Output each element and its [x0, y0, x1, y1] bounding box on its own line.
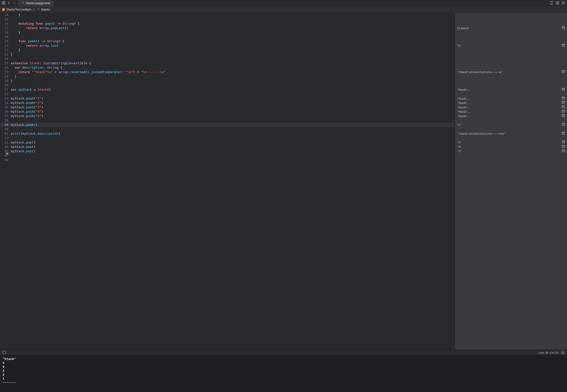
result-line [455, 22, 567, 26]
debug-console[interactable]: ^Stack^ 5 4 3 2 1 ------- [0, 355, 567, 392]
code-content[interactable] [11, 118, 455, 123]
code-content[interactable]: } [11, 52, 455, 57]
code-content[interactable]: extension Stack: CustomStringConvertible… [11, 61, 455, 66]
code-line[interactable]: 45myStack.pop() [0, 149, 455, 154]
code-content[interactable]: myStack.pop() [11, 149, 455, 154]
code-content[interactable]: myStack.push("4") [11, 110, 455, 114]
code-line[interactable]: 43myStack.pop() [0, 140, 455, 145]
code-line[interactable]: 38 [0, 118, 455, 123]
code-content[interactable]: myStack.push("1") [11, 96, 455, 101]
nav-back-icon[interactable] [7, 1, 11, 5]
quicklook-icon[interactable] [562, 96, 565, 101]
code-line[interactable]: 24 [0, 57, 455, 61]
code-line[interactable]: 26 var description: String { [0, 66, 455, 70]
code-line[interactable]: 42 [0, 136, 455, 140]
code-line[interactable]: 31var myStack = Stack() [0, 87, 455, 92]
code-line[interactable]: 27 return "^Stack^\n" + array.reversed()… [0, 70, 455, 74]
code-line[interactable]: 14 } [0, 13, 455, 17]
code-line[interactable]: 18 } [0, 30, 455, 35]
quicklook-icon[interactable] [562, 140, 565, 145]
code-content[interactable] [11, 35, 455, 39]
code-line[interactable]: 20 func peek() -> String? { [0, 39, 455, 43]
code-line[interactable]: 33myStack.push("1") [0, 96, 455, 101]
code-line[interactable]: 48 [0, 158, 455, 162]
code-content[interactable]: myStack.pop() [11, 145, 455, 149]
svg-rect-41 [562, 351, 564, 354]
quicklook-icon[interactable] [562, 145, 565, 149]
window-grid-icon[interactable] [2, 1, 5, 5]
code-editor[interactable]: 14 }1516 mutating func pop() -> String? … [0, 13, 455, 350]
quicklook-icon[interactable] [562, 131, 565, 136]
code-content[interactable]: } [11, 74, 455, 79]
code-content[interactable]: return "^Stack^\n" + array.reversed().jo… [11, 70, 455, 74]
code-line[interactable]: 35myStack.push("3") [0, 105, 455, 110]
code-content[interactable] [11, 57, 455, 61]
code-content[interactable] [11, 127, 455, 131]
code-line[interactable]: 32 [0, 92, 455, 96]
quicklook-icon[interactable] [562, 70, 565, 74]
code-content[interactable]: } [11, 79, 455, 83]
code-content[interactable] [11, 83, 455, 87]
code-content[interactable] [11, 136, 455, 140]
quicklook-icon[interactable] [562, 149, 565, 154]
quicklook-icon[interactable] [562, 114, 565, 118]
code-line[interactable]: 17 return array.popLast() [0, 26, 455, 30]
code-line[interactable]: 36myStack.push("4") [0, 110, 455, 114]
breadcrumb-file[interactable]: Stacks [41, 8, 50, 11]
code-content[interactable]: var description: String { [11, 66, 455, 70]
code-line[interactable]: 23} [0, 52, 455, 57]
console-toggle-icon[interactable] [2, 351, 6, 355]
code-line[interactable]: 39myStack.peek() [0, 123, 455, 127]
code-line[interactable]: 37myStack.push("5") [0, 114, 455, 118]
code-content[interactable]: print(myStack.description) [11, 131, 455, 136]
quicklook-icon[interactable] [562, 26, 565, 30]
code-content[interactable]: myStack.push("2") [11, 101, 455, 105]
result-line: ^Stack^… [455, 114, 567, 118]
code-content[interactable]: var myStack = Stack() [11, 87, 455, 92]
quicklook-icon[interactable] [562, 101, 565, 105]
code-content[interactable]: func peek() -> String? { [11, 39, 455, 43]
code-line[interactable]: 16 mutating func pop() -> String? { [0, 22, 455, 26]
chevron-right-icon [33, 8, 35, 11]
code-line[interactable]: 28 } [0, 74, 455, 79]
quicklook-icon[interactable] [562, 43, 565, 48]
code-line[interactable]: 41print(myStack.description) [0, 131, 455, 136]
code-content[interactable]: } [11, 48, 455, 52]
code-content[interactable] [11, 154, 455, 158]
code-content[interactable]: } [11, 13, 455, 17]
code-line[interactable]: 22 } [0, 48, 455, 52]
code-line[interactable]: 19 [0, 35, 455, 39]
add-panel-icon[interactable] [562, 1, 565, 5]
quicklook-icon[interactable] [562, 87, 565, 92]
quicklook-icon[interactable] [562, 105, 565, 110]
code-line[interactable]: 30 [0, 83, 455, 87]
panel-toggle-icon[interactable] [561, 351, 565, 355]
code-line[interactable]: 29} [0, 79, 455, 83]
code-content[interactable] [11, 92, 455, 96]
code-content[interactable]: mutating func pop() -> String? { [11, 22, 455, 26]
code-line[interactable]: 47 [0, 154, 455, 158]
code-content[interactable] [11, 17, 455, 22]
code-content[interactable]: myStack.push("5") [11, 114, 455, 118]
tab-playground[interactable]: Stacks.playground [18, 0, 54, 6]
quicklook-icon[interactable] [562, 123, 565, 127]
code-content[interactable] [11, 158, 455, 162]
nav-forward-icon[interactable] [13, 1, 16, 5]
breadcrumb-project[interactable]: StacksTest.swiftpm [6, 8, 31, 11]
quicklook-icon[interactable] [562, 110, 565, 114]
code-content[interactable]: myStack.peek() [11, 123, 455, 127]
columns-icon[interactable] [556, 1, 559, 5]
code-line[interactable]: 21 return array.last [0, 43, 455, 48]
code-line[interactable]: 25extension Stack: CustomStringConvertib… [0, 61, 455, 66]
code-line[interactable]: 44myStack.pop() [0, 145, 455, 149]
code-content[interactable]: return array.popLast() [11, 26, 455, 30]
code-line[interactable]: 34myStack.push("2") [0, 101, 455, 105]
code-content[interactable]: myStack.pop() [11, 140, 455, 145]
code-content[interactable]: myStack.push("3") [11, 105, 455, 110]
code-content[interactable]: } [11, 30, 455, 35]
sync-icon[interactable] [550, 1, 553, 5]
code-line[interactable]: 40 [0, 127, 455, 131]
code-content[interactable]: return array.last [11, 43, 455, 48]
svg-rect-40 [3, 351, 6, 354]
code-line[interactable]: 15 [0, 17, 455, 22]
